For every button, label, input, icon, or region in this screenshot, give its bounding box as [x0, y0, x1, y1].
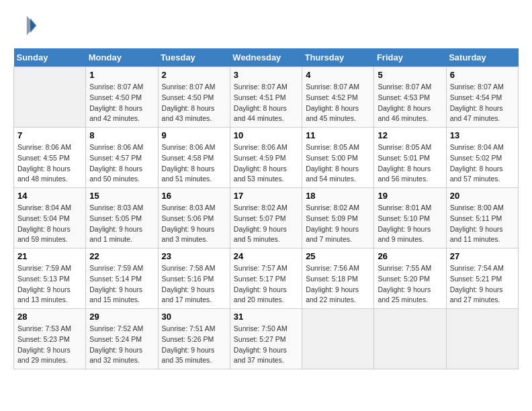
sunset-text: Sunset: 5:27 PM	[234, 334, 298, 345]
day-info: Sunrise: 7:59 AMSunset: 5:13 PMDaylight:…	[17, 263, 82, 306]
day-info: Sunrise: 8:07 AMSunset: 4:53 PMDaylight:…	[378, 82, 442, 124]
calendar-cell: 31Sunrise: 7:50 AMSunset: 5:27 PMDayligh…	[230, 309, 302, 369]
calendar-cell: 8Sunrise: 8:06 AMSunset: 4:57 PMDaylight…	[86, 128, 158, 188]
day-info: Sunrise: 8:05 AMSunset: 5:01 PMDaylight:…	[378, 142, 442, 185]
calendar-cell: 3Sunrise: 8:07 AMSunset: 4:51 PMDaylight…	[230, 67, 302, 128]
day-info: Sunrise: 7:50 AMSunset: 5:27 PMDaylight:…	[234, 324, 298, 366]
sunrise-text: Sunrise: 7:59 AM	[17, 263, 82, 274]
day-info: Sunrise: 8:01 AMSunset: 5:10 PMDaylight:…	[378, 203, 442, 245]
sunset-text: Sunset: 4:52 PM	[306, 93, 370, 103]
calendar-cell: 13Sunrise: 8:04 AMSunset: 5:02 PMDayligh…	[446, 128, 518, 188]
day-info: Sunrise: 8:06 AMSunset: 4:59 PMDaylight:…	[234, 142, 298, 185]
day-number: 9	[162, 130, 226, 140]
sunrise-text: Sunrise: 8:03 AM	[89, 203, 154, 214]
calendar-cell	[374, 309, 446, 369]
column-header-sunday: Sunday	[14, 48, 86, 67]
sunset-text: Sunset: 4:58 PM	[162, 153, 226, 164]
column-header-thursday: Thursday	[302, 48, 374, 67]
day-number: 30	[162, 312, 226, 322]
daylight-text: Daylight: 8 hours and 53 minutes.	[234, 164, 298, 185]
calendar-cell: 18Sunrise: 8:02 AMSunset: 5:09 PMDayligh…	[302, 188, 374, 248]
daylight-text: Daylight: 8 hours and 56 minutes.	[378, 164, 442, 185]
sunrise-text: Sunrise: 8:06 AM	[89, 142, 154, 153]
sunset-text: Sunset: 5:24 PM	[89, 334, 154, 345]
calendar-cell: 1Sunrise: 8:07 AMSunset: 4:50 PMDaylight…	[86, 67, 158, 128]
day-number: 31	[234, 312, 298, 322]
calendar-cell: 14Sunrise: 8:04 AMSunset: 5:04 PMDayligh…	[14, 188, 86, 248]
day-number: 28	[17, 312, 82, 322]
page-header	[13, 13, 519, 38]
sunrise-text: Sunrise: 8:07 AM	[450, 82, 515, 93]
sunset-text: Sunset: 5:10 PM	[378, 214, 442, 224]
daylight-text: Daylight: 8 hours and 43 minutes.	[162, 103, 226, 125]
sunset-text: Sunset: 5:14 PM	[89, 274, 154, 285]
sunset-text: Sunset: 4:51 PM	[234, 93, 298, 103]
day-number: 21	[17, 251, 82, 261]
day-number: 8	[89, 130, 154, 140]
day-info: Sunrise: 8:05 AMSunset: 5:00 PMDaylight:…	[306, 142, 370, 185]
column-header-friday: Friday	[374, 48, 446, 67]
daylight-text: Daylight: 8 hours and 45 minutes.	[306, 103, 370, 125]
daylight-text: Daylight: 8 hours and 47 minutes.	[450, 103, 515, 125]
sunrise-text: Sunrise: 7:54 AM	[450, 263, 515, 274]
calendar-cell	[302, 309, 374, 369]
calendar-cell: 12Sunrise: 8:05 AMSunset: 5:01 PMDayligh…	[374, 128, 446, 188]
daylight-text: Daylight: 9 hours and 15 minutes.	[89, 285, 154, 306]
week-row-2: 7Sunrise: 8:06 AMSunset: 4:55 PMDaylight…	[14, 128, 519, 188]
sunrise-text: Sunrise: 8:06 AM	[17, 142, 82, 153]
day-number: 22	[89, 251, 154, 261]
calendar-cell	[14, 67, 86, 128]
calendar-cell: 21Sunrise: 7:59 AMSunset: 5:13 PMDayligh…	[14, 248, 86, 309]
sunset-text: Sunset: 5:20 PM	[378, 274, 442, 285]
sunset-text: Sunset: 5:16 PM	[162, 274, 226, 285]
calendar-cell: 29Sunrise: 7:52 AMSunset: 5:24 PMDayligh…	[86, 309, 158, 369]
daylight-text: Daylight: 8 hours and 57 minutes.	[450, 164, 515, 185]
column-header-saturday: Saturday	[446, 48, 518, 67]
daylight-text: Daylight: 9 hours and 7 minutes.	[306, 224, 370, 246]
daylight-text: Daylight: 9 hours and 32 minutes.	[89, 345, 154, 367]
day-info: Sunrise: 8:07 AMSunset: 4:50 PMDaylight:…	[162, 82, 226, 124]
day-info: Sunrise: 8:07 AMSunset: 4:52 PMDaylight:…	[306, 82, 370, 124]
calendar-cell: 6Sunrise: 8:07 AMSunset: 4:54 PMDaylight…	[446, 67, 518, 128]
daylight-text: Daylight: 9 hours and 1 minute.	[89, 224, 154, 246]
sunrise-text: Sunrise: 8:03 AM	[162, 203, 226, 214]
daylight-text: Daylight: 9 hours and 27 minutes.	[450, 285, 515, 306]
sunrise-text: Sunrise: 7:50 AM	[234, 324, 298, 334]
day-number: 2	[162, 70, 226, 80]
sunset-text: Sunset: 5:09 PM	[306, 214, 370, 224]
daylight-text: Daylight: 8 hours and 51 minutes.	[162, 164, 226, 185]
sunset-text: Sunset: 4:50 PM	[89, 93, 154, 103]
sunset-text: Sunset: 5:06 PM	[162, 214, 226, 224]
daylight-text: Daylight: 9 hours and 25 minutes.	[378, 285, 442, 306]
sunset-text: Sunset: 4:55 PM	[17, 153, 82, 164]
sunrise-text: Sunrise: 7:58 AM	[162, 263, 226, 274]
day-info: Sunrise: 8:04 AMSunset: 5:04 PMDaylight:…	[17, 203, 82, 245]
day-info: Sunrise: 8:04 AMSunset: 5:02 PMDaylight:…	[450, 142, 515, 185]
day-number: 24	[234, 251, 298, 261]
daylight-text: Daylight: 8 hours and 50 minutes.	[89, 164, 154, 185]
calendar-cell: 7Sunrise: 8:06 AMSunset: 4:55 PMDaylight…	[14, 128, 86, 188]
day-info: Sunrise: 8:02 AMSunset: 5:07 PMDaylight:…	[234, 203, 298, 245]
day-number: 15	[89, 191, 154, 201]
calendar-cell	[446, 309, 518, 369]
daylight-text: Daylight: 9 hours and 35 minutes.	[162, 345, 226, 367]
day-info: Sunrise: 8:07 AMSunset: 4:51 PMDaylight:…	[234, 82, 298, 124]
sunset-text: Sunset: 4:50 PM	[162, 93, 226, 103]
calendar-cell: 5Sunrise: 8:07 AMSunset: 4:53 PMDaylight…	[374, 67, 446, 128]
calendar-cell: 17Sunrise: 8:02 AMSunset: 5:07 PMDayligh…	[230, 188, 302, 248]
sunset-text: Sunset: 5:07 PM	[234, 214, 298, 224]
sunrise-text: Sunrise: 8:02 AM	[306, 203, 370, 214]
day-number: 29	[89, 312, 154, 322]
column-header-tuesday: Tuesday	[158, 48, 230, 67]
sunrise-text: Sunrise: 7:57 AM	[234, 263, 298, 274]
daylight-text: Daylight: 9 hours and 13 minutes.	[17, 285, 82, 306]
daylight-text: Daylight: 8 hours and 54 minutes.	[306, 164, 370, 185]
day-info: Sunrise: 7:57 AMSunset: 5:17 PMDaylight:…	[234, 263, 298, 306]
day-number: 6	[450, 70, 515, 80]
calendar-cell: 25Sunrise: 7:56 AMSunset: 5:18 PMDayligh…	[302, 248, 374, 309]
day-number: 10	[234, 130, 298, 140]
day-number: 11	[306, 130, 370, 140]
day-info: Sunrise: 8:07 AMSunset: 4:50 PMDaylight:…	[89, 82, 154, 124]
calendar-cell: 30Sunrise: 7:51 AMSunset: 5:26 PMDayligh…	[158, 309, 230, 369]
sunrise-text: Sunrise: 8:01 AM	[378, 203, 442, 214]
